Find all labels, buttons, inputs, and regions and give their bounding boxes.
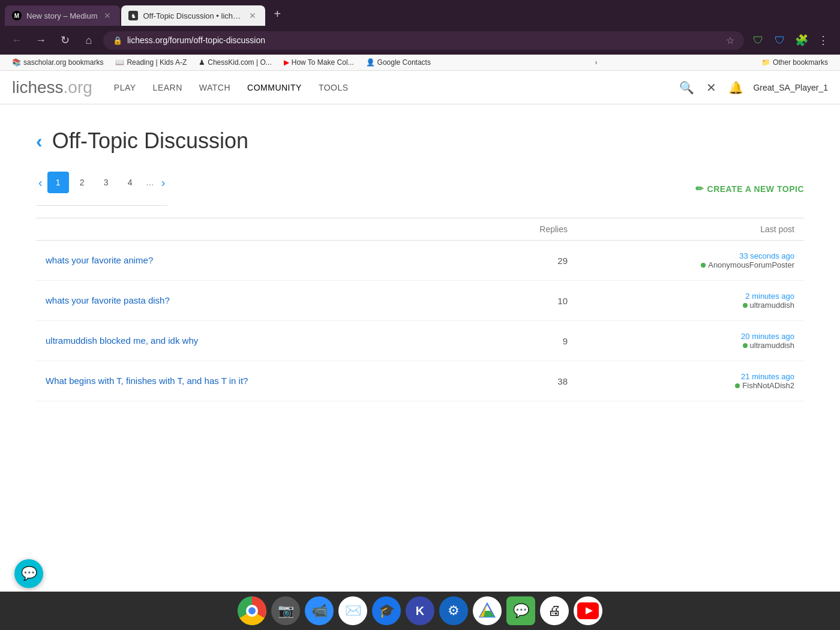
nav-learn[interactable]: LEARN: [146, 78, 190, 97]
browser-actions: 🛡 🛡 🧩 ⋮: [749, 31, 833, 50]
extensions-button[interactable]: 🧩: [792, 31, 811, 50]
nav-community[interactable]: COMMUNITY: [240, 78, 309, 97]
page-2-button[interactable]: 2: [71, 172, 93, 193]
folder-icon: 📁: [761, 58, 770, 67]
logo-main: lichess: [12, 78, 64, 97]
taskbar-zoom-icon[interactable]: 📹: [305, 596, 334, 625]
nav-tools[interactable]: TOOLS: [311, 78, 356, 97]
forward-button[interactable]: →: [31, 31, 50, 50]
back-arrow-button[interactable]: ‹: [36, 130, 43, 152]
last-post-user-2: ultramuddish: [587, 341, 794, 350]
lichess-logo[interactable]: lichess.org: [12, 78, 92, 97]
tab-medium[interactable]: M New story – Medium ✕: [5, 5, 120, 26]
youtube-label: How To Make Col...: [292, 58, 354, 67]
taskbar-youtube-icon[interactable]: [574, 596, 602, 625]
taskbar-settings-icon[interactable]: ⚙: [439, 596, 468, 625]
contacts-label: Google Contacts: [377, 58, 431, 67]
create-topic-label: CREATE A NEW TOPIC: [707, 184, 804, 194]
prev-page-button[interactable]: ‹: [36, 173, 45, 192]
contacts-icon: 👤: [366, 58, 375, 67]
tab-medium-title: New story – Medium: [26, 11, 97, 20]
bookmark-sascholar[interactable]: 📚 sascholar.org bookmarks: [7, 57, 108, 68]
taskbar-messages-icon[interactable]: 💬: [506, 596, 535, 625]
last-post-time-2[interactable]: 20 minutes ago: [587, 332, 794, 341]
last-post-3: 21 minutes ago FishNotADish2: [577, 361, 804, 401]
topic-link-3[interactable]: What begins with T, finishes with T, and…: [46, 376, 248, 386]
taskbar-klokki-icon[interactable]: K: [406, 596, 434, 625]
taskbar-gmail-icon[interactable]: ✉️: [338, 596, 367, 625]
next-page-button[interactable]: ›: [159, 173, 168, 192]
taskbar-camera-icon[interactable]: 📷: [271, 596, 300, 625]
taskbar-printer-icon[interactable]: 🖨: [540, 596, 569, 625]
replies-count-1: 10: [482, 281, 577, 321]
address-text: lichess.org/forum/off-topic-discussion: [127, 35, 721, 45]
search-button[interactable]: 🔍: [677, 78, 697, 97]
last-post-header: Last post: [577, 218, 804, 241]
lichess-navbar: lichess.org PLAY LEARN WATCH COMMUNITY T…: [0, 71, 840, 104]
online-dot-0: [701, 263, 706, 268]
page-1-button[interactable]: 1: [47, 172, 69, 193]
tab-bar: M New story – Medium ✕ ♞ Off-Topic Discu…: [0, 0, 840, 26]
replies-count-0: 29: [482, 241, 577, 281]
youtube-bookmark-icon: ▶: [284, 58, 289, 67]
reload-button[interactable]: ↻: [55, 31, 74, 50]
tab-lichess[interactable]: ♞ Off-Topic Discussion • lichess... ✕: [121, 5, 265, 26]
forum-table: Replies Last post whats your favorite an…: [36, 218, 804, 401]
bookmark-star-icon[interactable]: ☆: [726, 35, 734, 46]
table-row: whats your favorite anime? 29 33 seconds…: [36, 241, 804, 281]
last-post-1: 2 minutes ago ultramuddish: [577, 281, 804, 321]
close-search-button[interactable]: ✕: [704, 78, 719, 97]
page-3-button[interactable]: 3: [95, 172, 117, 193]
topic-link-0[interactable]: whats your favorite anime?: [46, 255, 153, 265]
bookmark-contacts[interactable]: 👤 Google Contacts: [361, 57, 436, 68]
menu-button[interactable]: ⋮: [814, 31, 833, 50]
table-row: What begins with T, finishes with T, and…: [36, 361, 804, 401]
bookmarks-more-button[interactable]: ›: [591, 57, 601, 68]
lichess-favicon: ♞: [128, 11, 138, 20]
reading-label: Reading | Kids A-Z: [127, 58, 187, 67]
shield-green-button[interactable]: 🛡: [749, 31, 768, 50]
shield-blue-button[interactable]: 🛡: [770, 31, 790, 50]
table-row: whats your favorite pasta dish? 10 2 min…: [36, 281, 804, 321]
nav-watch[interactable]: WATCH: [192, 78, 238, 97]
username-label[interactable]: Great_SA_Player_1: [753, 83, 828, 92]
online-dot-3: [735, 383, 740, 388]
chat-bubble-button[interactable]: 💬: [14, 559, 43, 588]
browser-chrome: M New story – Medium ✕ ♞ Off-Topic Discu…: [0, 0, 840, 71]
back-button[interactable]: ←: [7, 31, 26, 50]
pagination-dots: …: [143, 175, 157, 190]
other-bookmarks-button[interactable]: 📁 Other bookmarks: [757, 57, 833, 68]
online-dot-2: [743, 343, 748, 348]
taskbar-drive-icon[interactable]: [473, 596, 502, 625]
other-bookmarks-label: Other bookmarks: [773, 58, 828, 67]
home-button[interactable]: ⌂: [79, 31, 98, 50]
nav-play[interactable]: PLAY: [107, 78, 143, 97]
nav-links: PLAY LEARN WATCH COMMUNITY TOOLS: [107, 78, 356, 97]
address-bar[interactable]: 🔒 lichess.org/forum/off-topic-discussion…: [103, 31, 744, 50]
bookmarks-bar: 📚 sascholar.org bookmarks 📖 Reading | Ki…: [0, 55, 840, 71]
last-post-time-1[interactable]: 2 minutes ago: [587, 292, 794, 301]
logo-ext: .org: [64, 78, 92, 97]
bookmark-reading[interactable]: 📖 Reading | Kids A-Z: [110, 57, 191, 68]
chesskid-icon: ♟: [199, 58, 205, 67]
topic-link-1[interactable]: whats your favorite pasta dish?: [46, 295, 170, 305]
page-4-button[interactable]: 4: [119, 172, 141, 193]
notifications-button[interactable]: 🔔: [726, 78, 746, 97]
last-post-0: 33 seconds ago AnonymousForumPoster: [577, 241, 804, 281]
bookmark-chesskid[interactable]: ♟ ChessKid.com | O...: [194, 57, 276, 68]
nav-actions: 🔍 ✕ 🔔 Great_SA_Player_1: [677, 78, 828, 97]
taskbar-classroom-icon[interactable]: 🎓: [372, 596, 401, 625]
bookmark-youtube[interactable]: ▶ How To Make Col...: [279, 57, 359, 68]
tab-medium-close[interactable]: ✕: [102, 10, 113, 21]
sascholar-icon: 📚: [12, 58, 21, 67]
create-topic-button[interactable]: ✏ CREATE A NEW TOPIC: [695, 183, 804, 194]
taskbar: 📷 📹 ✉️ 🎓 K ⚙ 💬 🖨: [0, 592, 840, 630]
medium-favicon: M: [12, 11, 22, 20]
topic-link-2[interactable]: ultramuddish blocked me, and idk why: [46, 335, 198, 346]
online-dot-1: [743, 303, 748, 308]
new-tab-button[interactable]: +: [266, 5, 288, 23]
tab-lichess-close[interactable]: ✕: [247, 10, 258, 21]
last-post-time-0[interactable]: 33 seconds ago: [587, 251, 794, 260]
taskbar-chrome-icon[interactable]: [238, 596, 266, 625]
last-post-time-3[interactable]: 21 minutes ago: [587, 372, 794, 381]
